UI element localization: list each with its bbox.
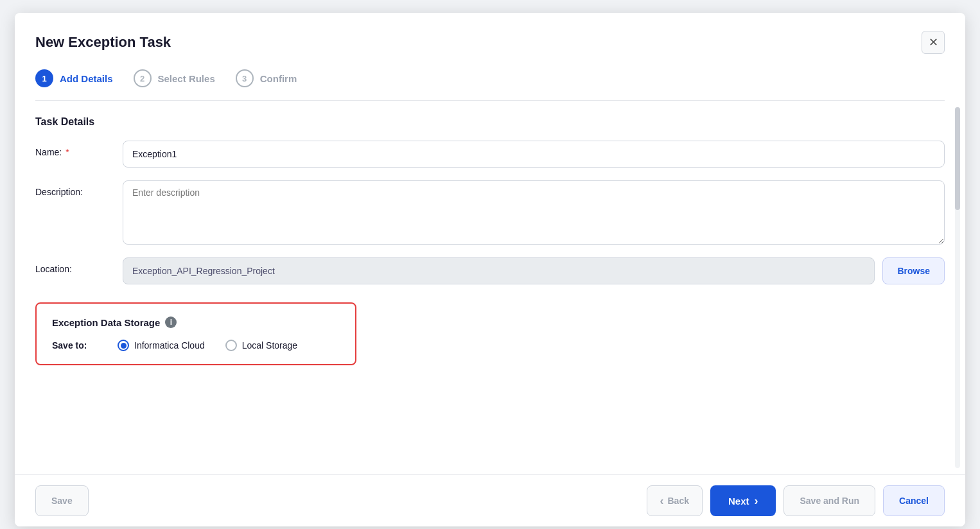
step-3-circle: 3 <box>236 69 254 87</box>
radio-local-storage-label: Local Storage <box>242 340 297 351</box>
close-icon: ✕ <box>929 35 938 49</box>
info-icon[interactable]: i <box>165 317 177 328</box>
step-2[interactable]: 2 Select Rules <box>134 69 215 87</box>
save-and-run-button[interactable]: Save and Run <box>783 485 875 516</box>
save-button[interactable]: Save <box>35 485 89 516</box>
step-3-label: Confirm <box>260 73 297 84</box>
next-button[interactable]: Next <box>710 485 776 516</box>
location-field-group: Browse <box>123 257 945 284</box>
radio-informatica-cloud[interactable]: Informatica Cloud <box>118 340 205 351</box>
step-2-label: Select Rules <box>158 73 215 84</box>
scrollbar-track <box>955 107 960 468</box>
modal-body: Task Details Name: * Description: Locati… <box>15 101 965 474</box>
name-row: Name: * <box>35 141 945 168</box>
modal-header: New Exception Task ✕ <box>15 13 965 64</box>
description-input[interactable] <box>123 180 945 245</box>
radio-informatica-cloud-btn[interactable] <box>118 340 129 351</box>
save-to-label: Save to: <box>52 340 97 351</box>
stepper: 1 Add Details 2 Select Rules 3 Confirm <box>15 64 965 100</box>
modal-title: New Exception Task <box>35 34 171 51</box>
radio-local-storage[interactable]: Local Storage <box>225 340 297 351</box>
step-3[interactable]: 3 Confirm <box>236 69 297 87</box>
modal: New Exception Task ✕ 1 Add Details 2 Sel… <box>15 13 965 526</box>
exception-data-storage-box: Exception Data Storage i Save to: Inform… <box>35 302 356 365</box>
close-button[interactable]: ✕ <box>922 31 945 54</box>
step-1-circle: 1 <box>35 69 53 87</box>
description-row: Description: <box>35 180 945 245</box>
step-1[interactable]: 1 Add Details <box>35 69 113 87</box>
section-title: Task Details <box>35 116 945 128</box>
required-star: * <box>66 147 69 157</box>
radio-local-storage-btn[interactable] <box>225 340 237 351</box>
location-label: Location: <box>35 257 112 274</box>
step-1-label: Add Details <box>60 73 113 84</box>
description-label: Description: <box>35 180 112 197</box>
name-label: Name: * <box>35 141 112 157</box>
chevron-left-icon <box>660 494 664 508</box>
footer-left: Save <box>35 485 89 516</box>
step-2-circle: 2 <box>134 69 152 87</box>
location-input[interactable] <box>123 257 875 284</box>
cancel-button[interactable]: Cancel <box>883 485 945 516</box>
back-button[interactable]: Back <box>647 485 703 516</box>
location-row: Location: Browse <box>35 257 945 284</box>
save-to-row: Save to: Informatica Cloud Local Storage <box>52 340 340 351</box>
storage-title: Exception Data Storage i <box>52 317 340 328</box>
modal-footer: Save Back Next Save and Run Cancel <box>15 474 965 526</box>
footer-right: Back Next Save and Run Cancel <box>647 485 945 516</box>
name-input[interactable] <box>123 141 945 168</box>
scrollbar-thumb[interactable] <box>955 107 960 210</box>
browse-button[interactable]: Browse <box>882 257 945 284</box>
radio-informatica-cloud-label: Informatica Cloud <box>134 340 205 351</box>
chevron-right-icon <box>754 494 758 508</box>
